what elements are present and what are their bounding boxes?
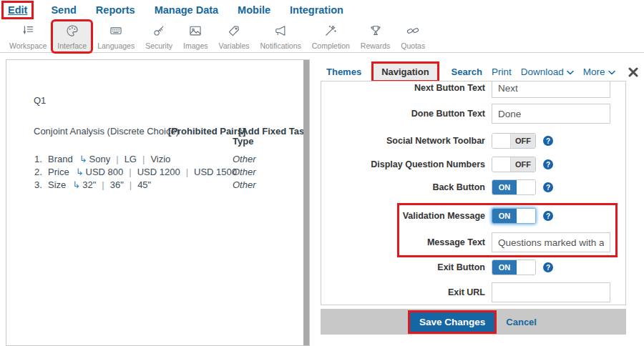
attribute-row: 2.Price↳USD 800|USD 1200|USD 1500Other bbox=[34, 167, 302, 177]
nav-item-reports[interactable]: Reports bbox=[96, 4, 135, 16]
toggle-state-label: OFF bbox=[511, 157, 535, 172]
question-code: Q1 bbox=[34, 95, 46, 106]
chevron-down-icon bbox=[564, 66, 574, 77]
attribute-name: Size bbox=[48, 179, 66, 190]
form-row-message-text: Message Text bbox=[399, 232, 615, 252]
attribute-level: USD 1200 bbox=[137, 167, 180, 177]
toolbar-item-rewards[interactable]: Rewards bbox=[356, 21, 394, 51]
tab-search[interactable]: Search bbox=[452, 66, 482, 77]
prohibited-pairs-link[interactable]: [Prohibited Pairs] bbox=[168, 126, 245, 137]
more-link[interactable]: More bbox=[583, 66, 615, 77]
save-changes-button[interactable]: Save Changes bbox=[410, 312, 494, 332]
question-title: Conjoint Analysis (Discrete Choice) bbox=[34, 126, 179, 137]
quotas-icon bbox=[405, 24, 421, 41]
attribute-type: Other bbox=[233, 167, 256, 177]
rewards-icon bbox=[368, 24, 384, 41]
variables-icon bbox=[226, 24, 242, 41]
attribute-name: Brand bbox=[48, 154, 73, 164]
toggle-display-question-numbers[interactable]: OFF bbox=[492, 157, 536, 172]
help-icon[interactable]: ? bbox=[543, 211, 553, 221]
form-row-validation-message: Validation MessageON? bbox=[399, 208, 615, 224]
input-done-button-text[interactable] bbox=[492, 104, 610, 124]
form-row-exit-button: Exit ButtonON? bbox=[321, 260, 625, 275]
field-label: Message Text bbox=[399, 237, 485, 247]
form-footer: Save Changes Cancel bbox=[321, 309, 626, 335]
toggle-track bbox=[492, 157, 511, 172]
toggle-state-label: ON bbox=[492, 180, 517, 194]
attribute-type: Other bbox=[233, 179, 256, 190]
field-label: Exit URL bbox=[321, 287, 485, 297]
input-next-button-text[interactable] bbox=[492, 81, 610, 98]
level-arrow-icon: ↳ bbox=[79, 154, 87, 164]
form-row-display-question-numbers: Display Question NumbersOFF? bbox=[321, 157, 625, 172]
toolbar-item-notifications[interactable]: Notifications bbox=[256, 21, 306, 51]
close-icon[interactable] bbox=[628, 67, 638, 77]
attribute-level: Vizio bbox=[150, 154, 170, 164]
toggle-social-network-toolbar[interactable]: OFF bbox=[492, 133, 536, 149]
level-separator: | bbox=[116, 154, 118, 164]
help-icon[interactable]: ? bbox=[543, 159, 553, 169]
toolbar-item-completion[interactable]: Completion bbox=[308, 21, 354, 51]
toolbar-item-languages[interactable]: Languages bbox=[93, 21, 139, 51]
print-link-label: Print bbox=[492, 66, 512, 77]
form-row-social-network-toolbar: Social Network ToolbarOFF? bbox=[321, 133, 625, 149]
nav-item-send[interactable]: Send bbox=[51, 4, 76, 16]
workspace-icon bbox=[20, 24, 36, 41]
toggle-state-label: ON bbox=[492, 260, 517, 275]
images-icon bbox=[187, 24, 203, 41]
attribute-level: LG bbox=[125, 154, 137, 164]
toolbar-item-label: Images bbox=[183, 41, 208, 50]
download-link[interactable]: Download bbox=[521, 66, 574, 77]
tab-themes[interactable]: Themes bbox=[326, 66, 361, 77]
nav-item-edit[interactable]: Edit bbox=[4, 3, 31, 17]
nav-item-manage-data[interactable]: Manage Data bbox=[155, 4, 218, 16]
preview-scrollbar[interactable] bbox=[303, 60, 309, 345]
help-icon[interactable]: ? bbox=[543, 136, 553, 146]
toolbar-item-label: Completion bbox=[312, 41, 350, 50]
help-icon[interactable]: ? bbox=[543, 182, 553, 192]
field-label: Back Button bbox=[321, 182, 485, 192]
level-separator: | bbox=[142, 154, 145, 164]
field-label: Validation Message bbox=[399, 211, 485, 221]
edit-toolbar: WorkspaceInterfaceLanguagesSecurityImage… bbox=[0, 20, 644, 53]
toolbar-item-variables[interactable]: Variables bbox=[215, 21, 254, 51]
toggle-back-button[interactable]: ON bbox=[492, 179, 536, 195]
toolbar-item-interface[interactable]: Interface bbox=[53, 21, 91, 51]
toolbar-item-label: Security bbox=[145, 41, 172, 50]
security-icon bbox=[151, 24, 167, 41]
more-link-label: More bbox=[583, 66, 605, 77]
toolbar-item-workspace[interactable]: Workspace bbox=[5, 21, 51, 51]
attribute-number: 3. bbox=[34, 179, 45, 190]
level-separator: | bbox=[102, 179, 104, 190]
level-separator: | bbox=[186, 167, 188, 177]
toolbar-item-images[interactable]: Images bbox=[179, 21, 212, 51]
cancel-link[interactable]: Cancel bbox=[506, 317, 537, 327]
toggle-track bbox=[517, 260, 535, 275]
input-exit-url[interactable] bbox=[492, 282, 610, 302]
attribute-type: Other bbox=[233, 154, 256, 164]
attribute-name: Price bbox=[48, 167, 69, 177]
attribute-row: 1.Brand↳Sony|LG|VizioOther bbox=[34, 154, 302, 164]
nav-item-integration[interactable]: Integration bbox=[290, 4, 343, 16]
toggle-exit-button[interactable]: ON bbox=[492, 260, 536, 275]
input-message-text[interactable] bbox=[492, 232, 610, 252]
languages-icon bbox=[108, 24, 124, 41]
settings-tabs: ThemesNavigationSearchPrintDownloadMore bbox=[321, 63, 637, 81]
settings-panel: ThemesNavigationSearchPrintDownloadMore … bbox=[321, 63, 637, 346]
toggle-validation-message[interactable]: ON bbox=[492, 208, 536, 224]
add-fixed-tasks-link[interactable]: [Add Fixed Tasks] bbox=[238, 126, 310, 137]
level-separator: | bbox=[130, 179, 132, 190]
toolbar-item-label: Notifications bbox=[260, 41, 301, 50]
toggle-state-label: OFF bbox=[511, 134, 535, 148]
form-row-done-button-text: Done Button Text bbox=[321, 104, 625, 124]
interface-icon bbox=[64, 24, 80, 41]
help-icon[interactable]: ? bbox=[543, 262, 553, 272]
nav-item-mobile[interactable]: Mobile bbox=[238, 4, 270, 16]
tab-navigation[interactable]: Navigation bbox=[374, 64, 436, 80]
field-label: Social Network Toolbar bbox=[321, 136, 485, 146]
toolbar-item-security[interactable]: Security bbox=[141, 21, 177, 51]
completion-icon bbox=[323, 24, 338, 41]
toolbar-item-quotas[interactable]: Quotas bbox=[396, 21, 429, 51]
print-link[interactable]: Print bbox=[492, 66, 512, 77]
form-row-back-button: Back ButtonON? bbox=[321, 179, 625, 195]
